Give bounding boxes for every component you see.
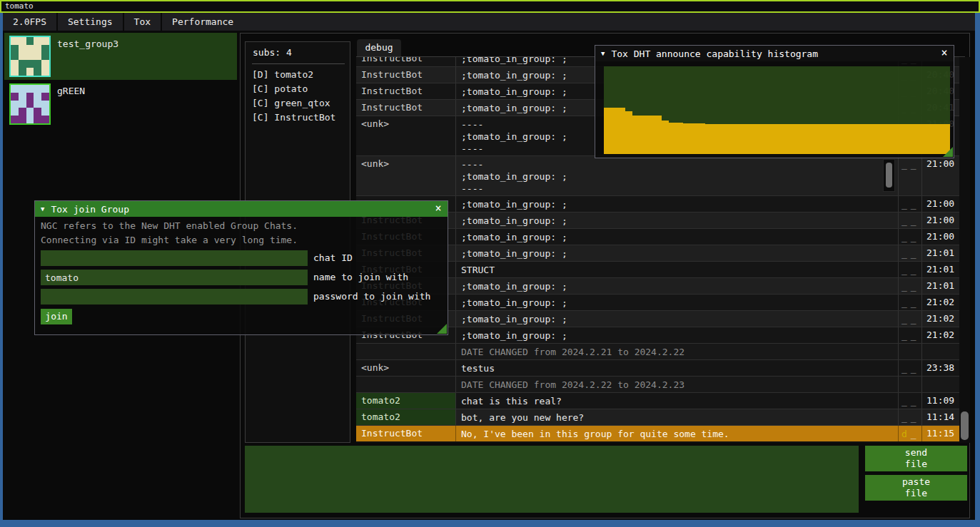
collapse-arrow-icon[interactable]: ▼ xyxy=(41,205,44,213)
tab-debug[interactable]: debug xyxy=(357,39,401,56)
flag-pending: _ xyxy=(911,232,916,242)
avatar-pixel xyxy=(34,53,41,61)
menu-item-performance[interactable]: Performance xyxy=(162,13,243,31)
avatar-pixel xyxy=(26,108,34,116)
histogram-bar xyxy=(611,108,618,154)
message-flags: __ xyxy=(899,196,922,212)
message-timestamp: 21:01 xyxy=(922,245,959,261)
chat-id-label: chat ID xyxy=(313,252,353,263)
message-timestamp: 21:00 xyxy=(922,196,959,212)
message-text: chat is this real? xyxy=(456,393,899,409)
flag-pending: _ xyxy=(911,265,916,275)
app-window: tomato 2.0FPSSettingsToxPerformance test… xyxy=(0,0,980,527)
avatar-pixel xyxy=(11,53,19,61)
chat-id-input[interactable] xyxy=(41,250,308,266)
histogram-bar xyxy=(857,124,864,154)
message-row[interactable]: <unk>testus__23:38 xyxy=(356,359,959,376)
ngc-description-line2: Connecting via ID might take a very long… xyxy=(41,235,298,245)
flag-pending: _ xyxy=(911,330,916,341)
flag-pending: _ xyxy=(901,281,907,292)
group-avatar xyxy=(9,36,51,77)
message-row[interactable]: tomato2chat is this real?__11:09 xyxy=(356,392,959,409)
close-icon[interactable]: × xyxy=(432,202,445,215)
histogram-bar xyxy=(734,124,741,154)
group-item-test-group3[interactable]: test_group3 xyxy=(4,33,237,80)
message-flags: __ xyxy=(899,213,922,228)
avatar-pixel xyxy=(19,101,26,108)
message-text: testus xyxy=(456,360,899,376)
avatar-pixel xyxy=(26,68,34,76)
member-d-tomato2[interactable]: [D] tomato2 xyxy=(252,68,347,82)
histogram-bar xyxy=(683,123,690,154)
member-c-instructbot[interactable]: [C] InstructBot xyxy=(252,111,347,125)
message-timestamp: 21:01 xyxy=(922,278,959,294)
message-row[interactable]: InstructBotNo, I've been in this group f… xyxy=(356,425,959,441)
avatar-pixel xyxy=(26,85,34,93)
message-input[interactable] xyxy=(245,446,859,513)
resize-grip[interactable] xyxy=(943,147,953,157)
chat-scrollbar-thumb[interactable] xyxy=(961,411,969,440)
chat-scrollbar-track[interactable] xyxy=(959,57,970,443)
member-c-potato[interactable]: [C] potato xyxy=(252,82,347,96)
os-titlebar[interactable]: tomato xyxy=(0,0,980,13)
histogram-bar xyxy=(762,124,769,154)
message-author xyxy=(356,344,456,359)
avatar-pixel xyxy=(41,85,49,93)
dht-histogram-titlebar[interactable]: ▼ Tox DHT announce capability histogram … xyxy=(595,46,954,61)
message-row[interactable]: tomato2bot, are you new here?__11:14 xyxy=(356,409,959,425)
member-c-green-qtox[interactable]: [C] green_qtox xyxy=(252,96,347,111)
message-timestamp: 21:02 xyxy=(922,311,959,327)
histogram-bar xyxy=(741,124,748,154)
collapse-arrow-icon[interactable]: ▼ xyxy=(601,50,605,57)
message-cell-scrollbar-thumb[interactable] xyxy=(886,163,892,188)
histogram-bar xyxy=(792,124,799,154)
histogram-bar xyxy=(885,124,892,154)
histogram-bar xyxy=(669,123,676,154)
join-password-input[interactable] xyxy=(41,289,308,305)
flag-pending: _ xyxy=(901,396,907,406)
message-timestamp xyxy=(922,377,959,392)
avatar-pixel xyxy=(11,68,19,76)
message-timestamp: 11:14 xyxy=(922,409,959,425)
avatar-pixel xyxy=(26,53,34,61)
resize-grip[interactable] xyxy=(437,324,447,334)
avatar-pixel xyxy=(19,68,26,76)
join-name-input[interactable] xyxy=(41,270,308,285)
message-author: tomato2 xyxy=(356,409,456,425)
message-flags: __ xyxy=(899,327,922,343)
message-author: <unk> xyxy=(356,360,456,376)
histogram-bar xyxy=(849,124,857,154)
histogram-plot xyxy=(604,66,950,154)
histogram-bar xyxy=(907,124,914,154)
message-text: ;tomato_in_group: ; xyxy=(456,245,899,261)
avatar-pixel xyxy=(11,108,19,116)
message-row[interactable]: <unk>---- ;tomato_in_group: ; ----__21:0… xyxy=(356,155,959,195)
menu-item-settings[interactable]: Settings xyxy=(58,13,123,31)
join-group-titlebar[interactable]: ▼ Tox join Group × xyxy=(35,201,448,217)
flag-pending: _ xyxy=(901,159,907,170)
avatar-pixel xyxy=(11,45,19,53)
group-item-green[interactable]: gREEN xyxy=(4,81,237,124)
menu-item-tox[interactable]: Tox xyxy=(124,13,161,31)
avatar-pixel xyxy=(41,116,49,123)
message-author: <unk> xyxy=(356,156,456,195)
group-name-label: test_group3 xyxy=(57,39,118,49)
message-text: ;tomato_in_group: ; xyxy=(456,278,899,294)
avatar-pixel xyxy=(11,93,19,101)
histogram-bar xyxy=(690,123,697,154)
send-file-button[interactable]: send file xyxy=(865,446,967,471)
paste-file-button[interactable]: paste file xyxy=(865,475,967,501)
date-separator-row: DATE CHANGED from 2024.2.22 to 2024.2.23 xyxy=(356,376,959,392)
avatar-pixel xyxy=(34,37,41,45)
flag-pending: _ xyxy=(911,363,916,374)
message-author: InstructBot xyxy=(356,67,456,83)
histogram-bar xyxy=(871,124,878,154)
message-timestamp: 21:00 xyxy=(922,156,959,195)
message-text: ;tomato_in_group: ; xyxy=(456,229,899,245)
close-icon[interactable]: × xyxy=(938,46,951,59)
avatar-pixel xyxy=(34,68,41,76)
avatar-pixel xyxy=(41,93,49,101)
join-button[interactable]: join xyxy=(41,309,72,324)
menu-item-2-0fps: 2.0FPS xyxy=(3,13,56,31)
avatar-pixel xyxy=(19,37,26,45)
